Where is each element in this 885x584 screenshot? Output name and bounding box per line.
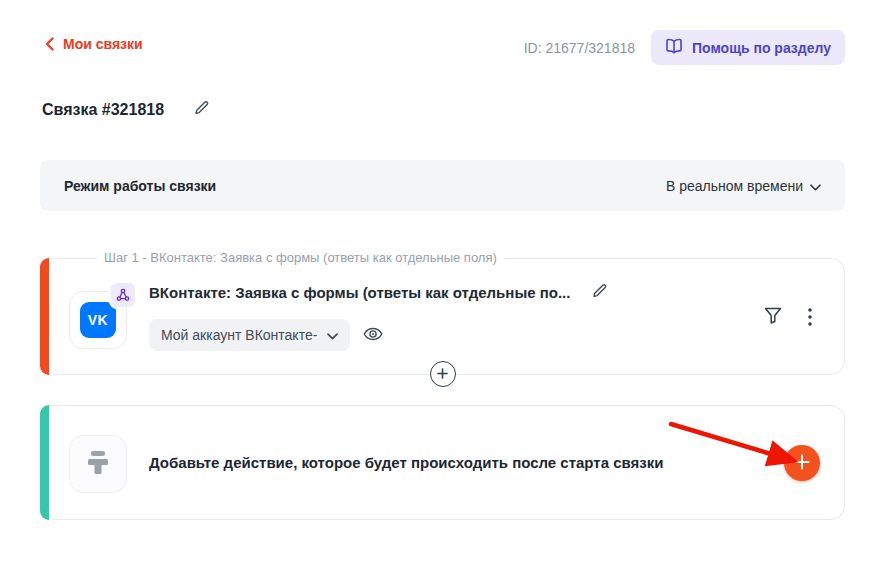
preview-account-button[interactable] [363,326,383,345]
account-select-value: Мой аккаунт ВКонтакте- [161,327,317,343]
step2-placeholder-icon [69,435,127,493]
step1-title: ВКонтакте: Заявка с формы (ответы как от… [149,284,570,301]
step1-legend: Шаг 1 - ВКонтакте: Заявка с формы (ответ… [97,250,504,265]
webhook-icon [109,281,137,309]
mode-select[interactable]: В реальном времени [666,178,821,194]
account-select[interactable]: Мой аккаунт ВКонтакте- [149,319,350,351]
mode-bar: Режим работы связки В реальном времени [40,160,845,211]
step1-actions [764,307,812,327]
step2-accent-bar [40,405,49,520]
open-book-icon [665,38,683,57]
header-right: ID: 21677/321818 Помощь по разделу [524,30,845,65]
step2-card: Добавьте действие, которое будет происхо… [40,405,845,520]
edit-title-button[interactable] [194,100,210,119]
kebab-menu-icon[interactable] [808,308,812,326]
plus-icon [794,454,810,473]
chevron-down-icon [327,327,338,343]
help-button[interactable]: Помощь по разделу [651,30,845,65]
step1-title-row: ВКонтакте: Заявка с формы (ответы как от… [149,283,608,302]
chevron-down-icon [810,178,821,194]
mode-select-value: В реальном времени [666,178,803,194]
funnel-icon [764,307,782,327]
step2-placeholder-text: Добавьте действие, которое будет происхо… [149,406,664,519]
step1-account-row: Мой аккаунт ВКонтакте- [149,319,383,351]
mode-bar-label: Режим работы связки [64,178,216,194]
page-title: Связка #321818 [42,101,164,119]
back-link-label: Мои связки [63,36,143,52]
connection-id-label: ID: 21677/321818 [524,40,635,56]
add-step-button[interactable] [430,361,456,387]
edit-step-button[interactable] [592,283,608,302]
eye-icon [363,326,383,345]
vk-logo-icon: VK [80,302,116,338]
step1-card: Шаг 1 - ВКонтакте: Заявка с формы (ответ… [40,258,845,375]
chevron-left-icon [45,37,54,51]
page-title-row: Связка #321818 [42,100,210,119]
help-button-label: Помощь по разделу [692,40,831,56]
back-link[interactable]: Мои связки [45,36,143,52]
action-placeholder-icon [83,447,113,481]
step1-accent-bar [40,258,49,375]
page: Мои связки ID: 21677/321818 Помощь по ра… [0,0,885,584]
filter-button[interactable] [764,307,782,327]
pencil-icon [194,100,210,119]
step1-app-icon: VK [69,291,127,349]
plus-icon [437,367,448,382]
pencil-icon [592,283,608,302]
add-action-button[interactable] [784,445,820,481]
